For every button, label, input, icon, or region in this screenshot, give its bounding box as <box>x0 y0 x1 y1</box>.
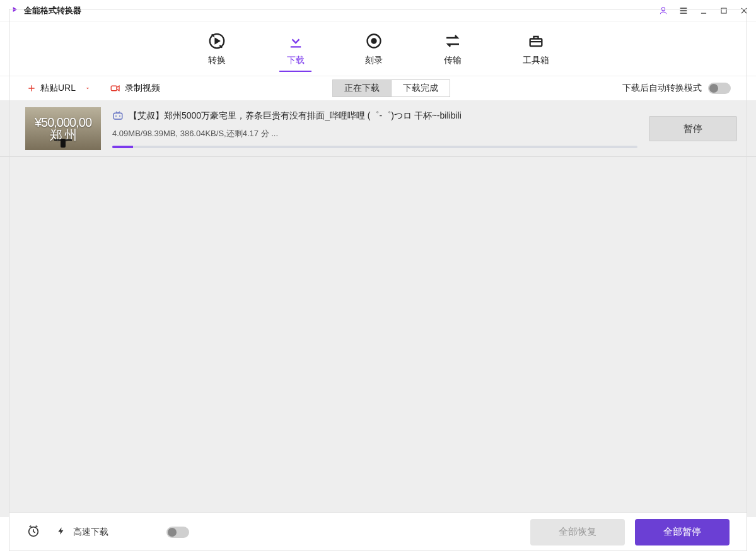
download-title: 【艾叔】郑州5000万豪宅里，养条巨贵有没有排面_哔哩哔哩 (゜-゜)つロ 干杯… <box>129 110 462 122</box>
minimize-icon[interactable] <box>698 5 709 16</box>
close-icon[interactable] <box>738 5 750 16</box>
nav-tab-download[interactable]: 下载 <box>276 26 316 71</box>
toolbox-icon <box>527 31 545 51</box>
app-logo-icon <box>10 5 19 16</box>
download-info: 【艾叔】郑州5000万豪宅里，养条巨贵有没有排面_哔哩哔哩 (゜-゜)つロ 干杯… <box>112 110 637 148</box>
high-speed-toggle[interactable] <box>166 527 189 538</box>
bilibili-icon <box>112 110 124 123</box>
high-speed-group: 高速下载 <box>57 525 189 539</box>
actionbar-center: 正在下载 下载完成 <box>160 79 622 97</box>
chevron-down-icon <box>84 83 91 93</box>
paste-url-button[interactable]: 粘贴URL <box>26 83 91 94</box>
download-icon <box>287 31 305 51</box>
footer-left: 高速下载 <box>26 524 189 540</box>
nav-label: 传输 <box>444 55 462 66</box>
convert-icon <box>207 31 226 51</box>
titlebar-left: 全能格式转换器 <box>10 5 81 16</box>
menu-icon[interactable] <box>678 5 689 16</box>
footer-bar: 高速下载 全部恢复 全部暂停 <box>9 512 747 551</box>
nav-tab-transfer[interactable]: 传输 <box>432 26 474 71</box>
resume-all-button[interactable]: 全部恢复 <box>530 519 625 545</box>
video-thumbnail: ¥50,000,00 郑 州 <box>25 107 101 150</box>
svg-rect-0 <box>721 8 726 13</box>
nav-tab-convert[interactable]: 转换 <box>196 26 238 71</box>
footer-right: 全部恢复 全部暂停 <box>530 519 730 545</box>
progress-fill <box>112 146 133 148</box>
actionbar-right: 下载后自动转换模式 <box>622 83 756 94</box>
nav-tab-toolbox[interactable]: 工具箱 <box>511 26 561 71</box>
main-nav: 转换 下载 刻录 传输 工具箱 <box>0 21 756 76</box>
svg-rect-5 <box>111 86 117 91</box>
record-video-label: 录制视频 <box>125 83 160 94</box>
record-video-button[interactable]: 录制视频 <box>110 83 160 94</box>
app-title: 全能格式转换器 <box>24 5 81 16</box>
burn-icon <box>365 31 383 51</box>
tab-downloading[interactable]: 正在下载 <box>332 79 391 97</box>
nav-tab-burn[interactable]: 刻录 <box>354 26 394 71</box>
nav-label: 工具箱 <box>523 55 549 66</box>
action-bar: 粘贴URL 录制视频 正在下载 下载完成 下载后自动转换模式 <box>0 76 756 101</box>
high-speed-label: 高速下载 <box>73 527 108 538</box>
nav-label: 刻录 <box>365 55 383 66</box>
maximize-icon[interactable] <box>718 5 730 16</box>
transfer-icon <box>443 31 462 51</box>
pause-all-button[interactable]: 全部暂停 <box>635 519 730 545</box>
auto-convert-toggle[interactable] <box>708 83 731 94</box>
actionbar-left: 粘贴URL 录制视频 <box>0 83 160 94</box>
pause-button[interactable]: 暂停 <box>649 116 737 141</box>
paste-url-label: 粘贴URL <box>40 83 76 94</box>
titlebar: 全能格式转换器 <box>0 0 756 21</box>
schedule-icon[interactable] <box>26 524 40 540</box>
progress-bar <box>112 146 637 148</box>
titlebar-right <box>658 5 750 16</box>
nav-label: 转换 <box>208 55 226 66</box>
nav-label: 下载 <box>287 55 305 66</box>
svg-point-3 <box>371 39 376 44</box>
tab-completed[interactable]: 下载完成 <box>391 79 450 97</box>
download-item: ¥50,000,00 郑 州 【艾叔】郑州5000万豪宅里，养条巨贵有没有排面_… <box>0 101 756 157</box>
download-title-row: 【艾叔】郑州5000万豪宅里，养条巨贵有没有排面_哔哩哔哩 (゜-゜)つロ 干杯… <box>112 110 637 123</box>
user-icon[interactable] <box>658 5 669 16</box>
download-progress-text: 4.09MB/98.39MB, 386.04KB/S,还剩4.17 分 ... <box>112 128 637 139</box>
svg-rect-6 <box>113 113 122 119</box>
lightning-icon <box>57 525 66 539</box>
auto-convert-label: 下载后自动转换模式 <box>622 83 702 94</box>
thumb-caption: ¥50,000,00 郑 州 <box>35 116 91 141</box>
download-list: ¥50,000,00 郑 州 【艾叔】郑州5000万豪宅里，养条巨贵有没有排面_… <box>0 101 756 517</box>
